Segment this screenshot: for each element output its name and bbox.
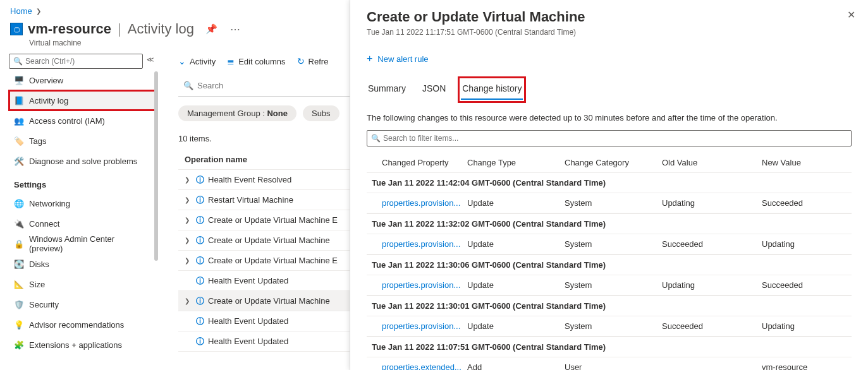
- sidebar-item-access-control-iam-[interactable]: 👥Access control (IAM): [9, 110, 156, 131]
- sidebar-item-activity-log[interactable]: 📘Activity log: [9, 90, 156, 110]
- change-history-description: The following changes to this resource w…: [367, 113, 852, 122]
- details-panel: ✕ Create or Update Virtual Machine Tue J…: [350, 0, 868, 370]
- nav-label: Networking: [29, 199, 70, 208]
- tab-summary[interactable]: Summary: [367, 80, 407, 100]
- changed-property-link[interactable]: properties.provision...: [382, 321, 467, 331]
- col-change-type[interactable]: Change Type: [467, 158, 565, 167]
- tab-change-history[interactable]: Change history: [461, 80, 523, 100]
- sidebar-search-input[interactable]: [25, 57, 138, 66]
- nav-label: Security: [29, 300, 59, 309]
- operation-name: Restart Virtual Machine: [208, 195, 293, 205]
- changed-property-link[interactable]: properties.provision...: [382, 239, 467, 249]
- search-icon: 🔍: [13, 57, 23, 66]
- edit-columns-button[interactable]: ≣Edit columns: [227, 56, 285, 66]
- new-value: vm-resource: [762, 362, 852, 370]
- changed-property-link[interactable]: properties.provision...: [382, 198, 467, 208]
- close-icon[interactable]: ✕: [847, 9, 855, 21]
- change-group-header: Tue Jan 11 2022 11:07:51 GMT-0600 (Centr…: [367, 337, 852, 357]
- change-category-value: System: [565, 280, 662, 290]
- chevron-right-icon: ❯: [185, 176, 192, 183]
- disks-icon: 💽: [14, 259, 24, 269]
- sidebar-item-extensions-applications[interactable]: 🧩Extensions + applications: [9, 335, 156, 355]
- info-icon: ⓘ: [196, 194, 204, 206]
- change-category-value: User: [565, 362, 662, 370]
- change-row[interactable]: properties.provision...UpdateSystemSucce…: [367, 234, 852, 254]
- col-change-category[interactable]: Change Category: [565, 158, 662, 167]
- sidebar-search[interactable]: 🔍: [9, 54, 143, 69]
- info-icon: ⓘ: [196, 295, 204, 307]
- info-icon: ⓘ: [196, 316, 204, 327]
- sidebar-item-connect[interactable]: 🔌Connect: [9, 213, 156, 234]
- change-filter-input[interactable]: [383, 134, 847, 143]
- details-timestamp: Tue Jan 11 2022 11:17:51 GMT-0600 (Centr…: [367, 28, 852, 37]
- sidebar-item-networking[interactable]: 🌐Networking: [9, 193, 156, 213]
- operation-name: Health Event Resolved: [208, 175, 291, 184]
- sidebar-scrollbar[interactable]: [154, 71, 158, 349]
- new-value: Updating: [762, 321, 852, 331]
- info-icon: ⓘ: [196, 174, 204, 186]
- columns-icon: ≣: [227, 56, 235, 66]
- change-row[interactable]: properties.provision...UpdateSystemSucce…: [367, 316, 852, 337]
- sidebar-item-advisor-recommendations[interactable]: 💡Advisor recommendations: [9, 314, 156, 335]
- sidebar-item-windows-admin-center-preview-[interactable]: 🔒Windows Admin Center (preview): [9, 234, 156, 254]
- chevron-right-icon: ❯: [185, 237, 192, 244]
- filter-management-group[interactable]: Management Group : None: [178, 105, 296, 121]
- resource-icon: ▢: [10, 23, 23, 35]
- change-type-value: Update: [467, 198, 565, 208]
- monitor-icon: 🖥️: [14, 75, 24, 85]
- operation-name: Health Event Updated: [208, 316, 288, 326]
- chevron-right-icon: ❯: [185, 217, 192, 224]
- sidebar-item-diagnose-and-solve-problems[interactable]: 🛠️Diagnose and solve problems: [9, 151, 156, 171]
- search-icon: 🔍: [183, 81, 193, 90]
- changed-property-link[interactable]: properties.provision...: [382, 280, 467, 290]
- sidebar-item-security[interactable]: 🛡️Security: [9, 294, 156, 314]
- page-title: Activity log: [128, 21, 194, 37]
- more-icon[interactable]: ⋯: [230, 23, 241, 35]
- new-alert-rule-button[interactable]: + New alert rule: [367, 53, 852, 64]
- title-separator: |: [118, 21, 121, 37]
- new-value: Succeeded: [762, 280, 852, 290]
- activity-button[interactable]: ⌄Activity: [178, 56, 216, 66]
- sidebar-item-overview[interactable]: 🖥️Overview: [9, 70, 156, 90]
- col-old-value[interactable]: Old Value: [662, 158, 762, 167]
- advisor-icon: 💡: [14, 319, 24, 330]
- tab-json[interactable]: JSON: [421, 80, 447, 100]
- change-category-value: System: [565, 321, 662, 331]
- search-icon: 🔍: [371, 134, 381, 143]
- pin-icon[interactable]: 📌: [205, 23, 217, 35]
- nav-label: Disks: [29, 260, 49, 269]
- sidebar-section-settings: Settings: [9, 171, 156, 193]
- filter-subscription[interactable]: Subs: [303, 105, 339, 121]
- new-value: Updating: [762, 239, 852, 249]
- nav-label: Access control (IAM): [29, 116, 105, 126]
- sidebar-item-size[interactable]: 📐Size: [9, 274, 156, 294]
- change-row[interactable]: properties.extended...AddUservm-resource: [367, 357, 852, 370]
- chevron-right-icon: ❯: [36, 8, 41, 15]
- chevron-right-icon: ❯: [185, 297, 192, 304]
- nav-label: Size: [29, 280, 45, 289]
- info-icon: ⓘ: [196, 215, 204, 226]
- nav-label: Connect: [29, 219, 59, 229]
- changed-property-link[interactable]: properties.extended...: [382, 362, 467, 370]
- breadcrumb-home[interactable]: Home: [10, 6, 32, 16]
- change-group-header: Tue Jan 11 2022 11:30:06 GMT-0600 (Centr…: [367, 254, 852, 275]
- access-control-icon: 👥: [14, 116, 24, 126]
- info-icon: ⓘ: [196, 275, 204, 287]
- nav-label: Tags: [29, 136, 46, 146]
- change-filter-search[interactable]: 🔍: [367, 130, 852, 146]
- change-row[interactable]: properties.provision...UpdateSystemUpdat…: [367, 193, 852, 213]
- change-row[interactable]: properties.provision...UpdateSystemUpdat…: [367, 275, 852, 295]
- col-new-value[interactable]: New Value: [762, 158, 852, 167]
- old-value: Succeeded: [662, 239, 762, 249]
- info-icon: ⓘ: [196, 235, 204, 246]
- connect-icon: 🔌: [14, 218, 24, 229]
- col-changed-property[interactable]: Changed Property: [382, 158, 467, 167]
- sidebar: 🔍 ≪ 🖥️Overview📘Activity log👥Access contr…: [0, 54, 159, 367]
- sidebar-item-tags[interactable]: 🏷️Tags: [9, 131, 156, 151]
- size-icon: 📐: [14, 279, 24, 289]
- nav-label: Diagnose and solve problems: [29, 157, 137, 166]
- refresh-button[interactable]: ↻Refre: [297, 56, 329, 66]
- collapse-sidebar-icon[interactable]: ≪: [147, 56, 154, 64]
- refresh-icon: ↻: [297, 56, 305, 66]
- sidebar-item-disks[interactable]: 💽Disks: [9, 254, 156, 274]
